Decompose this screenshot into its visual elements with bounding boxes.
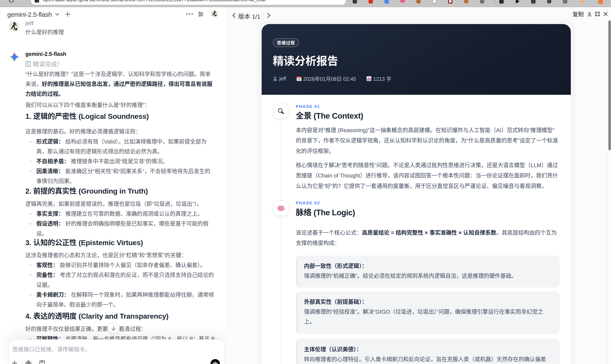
svg-text:17: 17 xyxy=(298,78,301,81)
